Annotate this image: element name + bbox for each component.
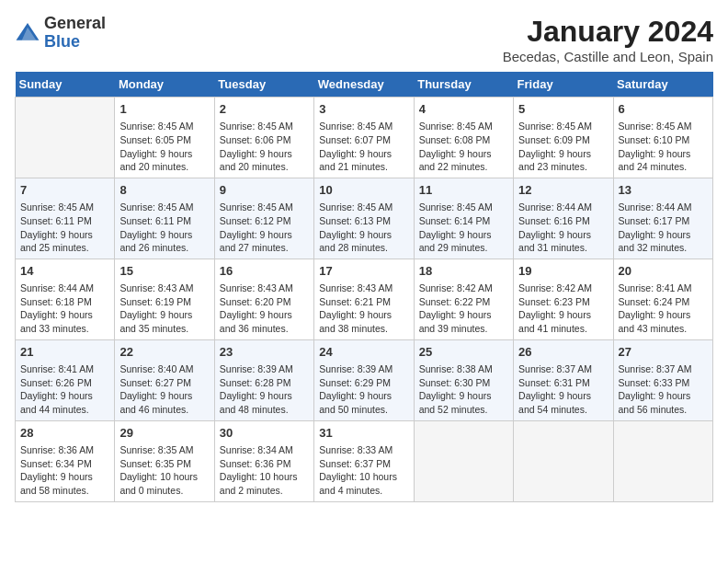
day-info: Sunrise: 8:45 AMSunset: 6:09 PMDaylight:… (518, 120, 608, 174)
day-info: Sunrise: 8:45 AMSunset: 6:12 PMDaylight:… (220, 201, 309, 255)
day-info: Sunrise: 8:37 AMSunset: 6:31 PMDaylight:… (518, 362, 608, 417)
day-info: Sunrise: 8:45 AMSunset: 6:10 PMDaylight:… (619, 120, 708, 174)
day-info: Sunrise: 8:33 AMSunset: 6:37 PMDaylight:… (319, 443, 408, 498)
day-info: Sunrise: 8:39 AMSunset: 6:28 PMDaylight:… (220, 362, 309, 417)
day-info: Sunrise: 8:43 AMSunset: 6:20 PMDaylight:… (220, 282, 309, 336)
col-header-tuesday: Tuesday (214, 72, 313, 98)
calendar-cell: 20Sunrise: 8:41 AMSunset: 6:24 PMDayligh… (613, 259, 712, 339)
logo-general-text: General (44, 15, 106, 33)
calendar-cell (613, 420, 712, 501)
calendar-cell: 18Sunrise: 8:42 AMSunset: 6:22 PMDayligh… (414, 259, 513, 339)
day-info: Sunrise: 8:40 AMSunset: 6:27 PMDaylight:… (119, 362, 209, 417)
calendar-cell: 7Sunrise: 8:45 AMSunset: 6:11 PMDaylight… (16, 178, 115, 259)
day-number: 2 (220, 101, 309, 118)
day-info: Sunrise: 8:45 AMSunset: 6:14 PMDaylight:… (419, 201, 508, 255)
day-number: 8 (119, 182, 209, 199)
day-info: Sunrise: 8:45 AMSunset: 6:13 PMDaylight:… (319, 201, 408, 255)
calendar-body: 1Sunrise: 8:45 AMSunset: 6:05 PMDaylight… (16, 98, 713, 502)
calendar-week-row: 21Sunrise: 8:41 AMSunset: 6:26 PMDayligh… (16, 339, 713, 420)
calendar-week-row: 28Sunrise: 8:36 AMSunset: 6:34 PMDayligh… (16, 420, 713, 501)
calendar-cell: 17Sunrise: 8:43 AMSunset: 6:21 PMDayligh… (314, 259, 414, 339)
day-info: Sunrise: 8:41 AMSunset: 6:24 PMDaylight:… (619, 282, 708, 336)
day-number: 19 (518, 263, 608, 280)
day-info: Sunrise: 8:42 AMSunset: 6:22 PMDaylight:… (419, 282, 508, 336)
day-number: 9 (220, 182, 309, 199)
calendar-cell: 29Sunrise: 8:35 AMSunset: 6:35 PMDayligh… (115, 420, 214, 501)
day-number: 12 (518, 182, 608, 199)
day-info: Sunrise: 8:44 AMSunset: 6:18 PMDaylight:… (20, 282, 109, 336)
day-number: 13 (619, 182, 708, 199)
col-header-saturday: Saturday (613, 72, 712, 98)
day-number: 23 (220, 344, 309, 361)
day-info: Sunrise: 8:37 AMSunset: 6:33 PMDaylight:… (619, 362, 708, 417)
day-info: Sunrise: 8:45 AMSunset: 6:06 PMDaylight:… (220, 120, 309, 174)
calendar-cell: 2Sunrise: 8:45 AMSunset: 6:06 PMDaylight… (214, 98, 313, 178)
col-header-wednesday: Wednesday (314, 72, 414, 98)
calendar-cell (514, 420, 613, 501)
calendar-cell: 8Sunrise: 8:45 AMSunset: 6:11 PMDaylight… (115, 178, 214, 259)
day-number: 28 (20, 425, 109, 442)
day-info: Sunrise: 8:44 AMSunset: 6:16 PMDaylight:… (518, 201, 608, 255)
calendar-cell: 22Sunrise: 8:40 AMSunset: 6:27 PMDayligh… (115, 339, 214, 420)
day-info: Sunrise: 8:45 AMSunset: 6:07 PMDaylight:… (319, 120, 408, 174)
col-header-friday: Friday (514, 72, 613, 98)
day-number: 5 (518, 101, 608, 118)
day-info: Sunrise: 8:45 AMSunset: 6:05 PMDaylight:… (119, 120, 209, 174)
day-number: 3 (319, 101, 408, 118)
calendar-cell: 4Sunrise: 8:45 AMSunset: 6:08 PMDaylight… (414, 98, 513, 178)
calendar-cell: 28Sunrise: 8:36 AMSunset: 6:34 PMDayligh… (16, 420, 115, 501)
day-number: 17 (319, 263, 408, 280)
calendar-cell (16, 98, 115, 178)
day-number: 29 (119, 425, 209, 442)
day-number: 6 (619, 101, 708, 118)
title-block: January 2024 Becedas, Castille and Leon,… (503, 15, 713, 64)
day-info: Sunrise: 8:43 AMSunset: 6:19 PMDaylight:… (119, 282, 209, 336)
calendar-cell: 11Sunrise: 8:45 AMSunset: 6:14 PMDayligh… (414, 178, 513, 259)
calendar-cell: 19Sunrise: 8:42 AMSunset: 6:23 PMDayligh… (514, 259, 613, 339)
day-number: 31 (319, 425, 408, 442)
calendar-header-row: SundayMondayTuesdayWednesdayThursdayFrid… (16, 72, 713, 98)
day-info: Sunrise: 8:45 AMSunset: 6:11 PMDaylight:… (20, 201, 109, 255)
calendar-cell: 15Sunrise: 8:43 AMSunset: 6:19 PMDayligh… (115, 259, 214, 339)
calendar-cell: 12Sunrise: 8:44 AMSunset: 6:16 PMDayligh… (514, 178, 613, 259)
day-number: 18 (419, 263, 508, 280)
day-info: Sunrise: 8:36 AMSunset: 6:34 PMDaylight:… (20, 443, 109, 498)
day-info: Sunrise: 8:38 AMSunset: 6:30 PMDaylight:… (419, 362, 508, 417)
day-number: 26 (518, 344, 608, 361)
calendar-cell: 25Sunrise: 8:38 AMSunset: 6:30 PMDayligh… (414, 339, 513, 420)
calendar-cell: 1Sunrise: 8:45 AMSunset: 6:05 PMDaylight… (115, 98, 214, 178)
day-info: Sunrise: 8:34 AMSunset: 6:36 PMDaylight:… (220, 443, 309, 498)
calendar-cell: 24Sunrise: 8:39 AMSunset: 6:29 PMDayligh… (314, 339, 414, 420)
location-subtitle: Becedas, Castille and Leon, Spain (503, 49, 713, 64)
day-number: 25 (419, 344, 508, 361)
day-number: 30 (220, 425, 309, 442)
calendar-cell: 5Sunrise: 8:45 AMSunset: 6:09 PMDaylight… (514, 98, 613, 178)
logo-icon (15, 20, 40, 46)
calendar-cell: 9Sunrise: 8:45 AMSunset: 6:12 PMDaylight… (214, 178, 313, 259)
page-header: General Blue January 2024 Becedas, Casti… (15, 15, 713, 64)
day-info: Sunrise: 8:41 AMSunset: 6:26 PMDaylight:… (20, 362, 109, 417)
day-info: Sunrise: 8:35 AMSunset: 6:35 PMDaylight:… (119, 443, 209, 498)
day-number: 15 (119, 263, 209, 280)
calendar-cell: 21Sunrise: 8:41 AMSunset: 6:26 PMDayligh… (16, 339, 115, 420)
calendar-cell: 26Sunrise: 8:37 AMSunset: 6:31 PMDayligh… (514, 339, 613, 420)
calendar-cell: 13Sunrise: 8:44 AMSunset: 6:17 PMDayligh… (613, 178, 712, 259)
logo-blue-text: Blue (44, 33, 106, 52)
day-number: 7 (20, 182, 109, 199)
day-number: 20 (619, 263, 708, 280)
month-title: January 2024 (503, 15, 713, 49)
day-number: 1 (119, 101, 209, 118)
col-header-thursday: Thursday (414, 72, 513, 98)
day-number: 4 (419, 101, 508, 118)
calendar-week-row: 7Sunrise: 8:45 AMSunset: 6:11 PMDaylight… (16, 178, 713, 259)
day-number: 22 (119, 344, 209, 361)
calendar-cell: 6Sunrise: 8:45 AMSunset: 6:10 PMDaylight… (613, 98, 712, 178)
calendar-week-row: 14Sunrise: 8:44 AMSunset: 6:18 PMDayligh… (16, 259, 713, 339)
day-number: 27 (619, 344, 708, 361)
day-info: Sunrise: 8:39 AMSunset: 6:29 PMDaylight:… (319, 362, 408, 417)
calendar-cell (414, 420, 513, 501)
col-header-sunday: Sunday (16, 72, 115, 98)
day-number: 24 (319, 344, 408, 361)
day-info: Sunrise: 8:43 AMSunset: 6:21 PMDaylight:… (319, 282, 408, 336)
calendar-cell: 10Sunrise: 8:45 AMSunset: 6:13 PMDayligh… (314, 178, 414, 259)
